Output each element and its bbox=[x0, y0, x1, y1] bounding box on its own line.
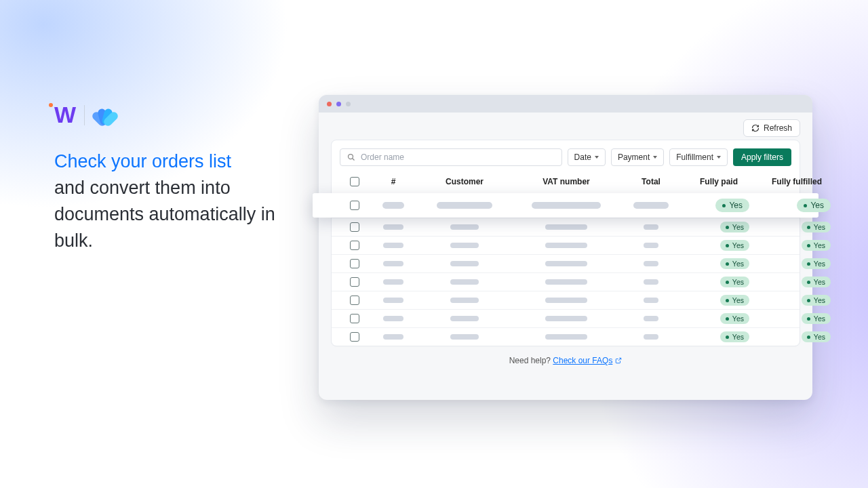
customer-placeholder bbox=[450, 243, 479, 248]
select-all-checkbox[interactable] bbox=[350, 177, 359, 186]
total-placeholder bbox=[644, 243, 658, 248]
row-checkbox[interactable] bbox=[350, 296, 359, 305]
th-fulfilled: Fully fulfilled bbox=[756, 177, 837, 186]
paid-badge: Yes bbox=[720, 222, 749, 232]
order-number-placeholder bbox=[383, 298, 403, 303]
fulfilled-badge: Yes bbox=[802, 295, 831, 306]
row-checkbox[interactable] bbox=[350, 277, 359, 287]
table-row[interactable]: YesYes bbox=[332, 218, 800, 236]
total-placeholder bbox=[633, 202, 669, 209]
customer-placeholder bbox=[450, 224, 479, 230]
table-row[interactable]: YesYes bbox=[332, 236, 800, 254]
table-header: # Customer VAT number Total Fully paid F… bbox=[332, 173, 800, 193]
vat-placeholder bbox=[545, 334, 587, 340]
paid-badge: Yes bbox=[715, 199, 749, 212]
customer-placeholder bbox=[450, 298, 479, 303]
table-row[interactable]: YesYes bbox=[332, 254, 800, 272]
th-total: Total bbox=[620, 177, 682, 186]
refresh-icon bbox=[751, 124, 760, 132]
search-input[interactable] bbox=[361, 152, 555, 162]
order-number-placeholder bbox=[383, 261, 403, 266]
order-number-placeholder bbox=[383, 279, 403, 285]
row-checkbox[interactable] bbox=[350, 332, 359, 342]
date-filter[interactable]: Date bbox=[568, 148, 606, 166]
orders-panel: Date Payment Fulfillment Apply filters #… bbox=[331, 140, 800, 346]
logo-group: W bbox=[54, 102, 285, 128]
refresh-button[interactable]: Refresh bbox=[743, 119, 800, 137]
faq-link[interactable]: Check our FAQs bbox=[553, 356, 622, 365]
app-window: Refresh Date Payment Fulfillment Apply f… bbox=[319, 95, 812, 400]
vat-placeholder bbox=[532, 202, 601, 209]
paid-badge: Yes bbox=[720, 331, 749, 342]
th-vat: VAT number bbox=[512, 177, 620, 186]
customer-placeholder bbox=[450, 279, 479, 285]
order-number-placeholder bbox=[383, 224, 403, 230]
marketing-headline: Check your orders list and convert them … bbox=[54, 148, 285, 255]
th-number: # bbox=[370, 177, 417, 186]
paid-badge: Yes bbox=[720, 313, 749, 324]
traffic-light-close[interactable] bbox=[327, 102, 332, 106]
order-number-placeholder bbox=[382, 202, 404, 209]
search-icon bbox=[347, 153, 355, 161]
lotus-logo bbox=[94, 106, 116, 125]
paid-badge: Yes bbox=[720, 240, 749, 251]
total-placeholder bbox=[644, 224, 658, 230]
chevron-down-icon bbox=[653, 156, 657, 159]
svg-point-0 bbox=[349, 155, 353, 159]
fulfilled-badge: Yes bbox=[802, 240, 831, 251]
fulfilled-badge: Yes bbox=[802, 277, 831, 287]
vat-placeholder bbox=[545, 224, 587, 230]
table-row[interactable]: YesYes bbox=[332, 327, 800, 346]
traffic-light-zoom[interactable] bbox=[346, 102, 351, 106]
total-placeholder bbox=[644, 261, 658, 266]
row-checkbox[interactable] bbox=[350, 241, 359, 250]
refresh-label: Refresh bbox=[764, 123, 792, 133]
order-number-placeholder bbox=[383, 316, 403, 321]
help-text: Need help? bbox=[509, 356, 553, 365]
customer-placeholder bbox=[437, 202, 492, 209]
order-number-placeholder bbox=[383, 243, 403, 248]
window-titlebar bbox=[319, 95, 812, 113]
table-body: YesYesYesYesYesYesYesYesYesYesYesYesYesY… bbox=[332, 193, 800, 346]
paid-badge: Yes bbox=[720, 295, 749, 306]
paid-badge: Yes bbox=[720, 258, 749, 269]
order-number-placeholder bbox=[383, 334, 403, 340]
total-placeholder bbox=[644, 316, 658, 321]
fulfilled-badge: Yes bbox=[802, 258, 831, 269]
vat-placeholder bbox=[545, 316, 587, 321]
total-placeholder bbox=[644, 334, 658, 340]
paid-badge: Yes bbox=[720, 277, 749, 287]
fulfilled-badge: Yes bbox=[802, 331, 831, 342]
vat-placeholder bbox=[545, 243, 587, 248]
table-row[interactable]: YesYes bbox=[313, 193, 818, 218]
th-paid: Fully paid bbox=[682, 177, 756, 186]
total-placeholder bbox=[644, 298, 658, 303]
fulfillment-filter[interactable]: Fulfillment bbox=[669, 148, 728, 166]
headline-rest: and convert them into documents automati… bbox=[54, 178, 275, 251]
fulfilled-badge: Yes bbox=[802, 313, 831, 324]
row-checkbox[interactable] bbox=[350, 314, 359, 323]
row-checkbox[interactable] bbox=[350, 259, 359, 268]
vat-placeholder bbox=[545, 298, 587, 303]
svg-line-1 bbox=[353, 159, 355, 161]
vat-placeholder bbox=[545, 279, 587, 285]
filter-bar: Date Payment Fulfillment Apply filters bbox=[332, 140, 800, 173]
external-link-icon bbox=[615, 357, 622, 364]
traffic-light-minimize[interactable] bbox=[336, 102, 341, 106]
headline-accent: Check your orders list bbox=[54, 148, 285, 175]
table-row[interactable]: YesYes bbox=[332, 309, 800, 327]
th-customer: Customer bbox=[417, 177, 512, 186]
row-checkbox[interactable] bbox=[350, 201, 359, 210]
payment-filter[interactable]: Payment bbox=[611, 148, 664, 166]
total-placeholder bbox=[644, 279, 658, 285]
logo-divider bbox=[84, 105, 85, 125]
customer-placeholder bbox=[450, 261, 479, 266]
apply-filters-button[interactable]: Apply filters bbox=[733, 148, 791, 166]
table-row[interactable]: YesYes bbox=[332, 291, 800, 309]
table-row[interactable]: YesYes bbox=[332, 272, 800, 291]
search-input-wrapper[interactable] bbox=[340, 148, 562, 166]
vat-placeholder bbox=[545, 261, 587, 266]
help-footer: Need help? Check our FAQs bbox=[319, 346, 812, 368]
row-checkbox[interactable] bbox=[350, 222, 359, 232]
customer-placeholder bbox=[450, 316, 479, 321]
